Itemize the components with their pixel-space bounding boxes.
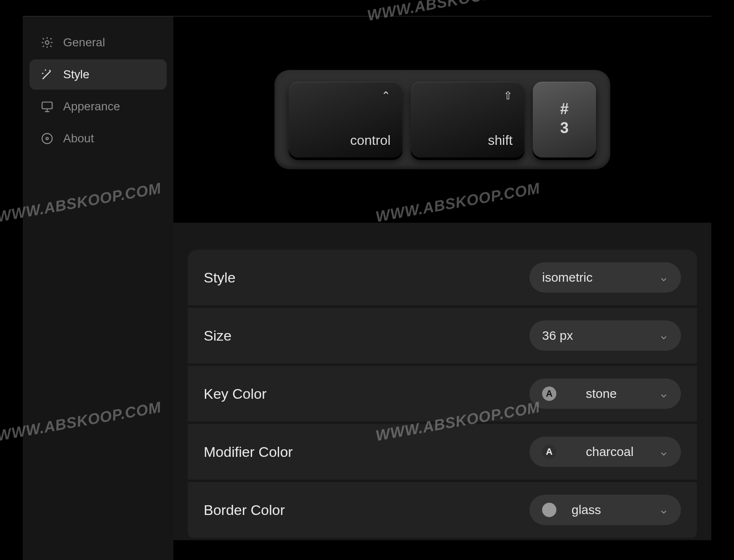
preview-key-control: ⌃ control — [289, 82, 402, 157]
sidebar-item-style[interactable]: Style — [29, 59, 167, 90]
preview-area: ⌃ control ⇧ shift # 3 — [173, 16, 711, 223]
sidebar-item-label: About — [63, 132, 94, 145]
key-symbol: # — [560, 101, 569, 117]
chevron-down-icon — [659, 273, 668, 282]
svg-rect-1 — [42, 102, 52, 109]
color-swatch — [542, 503, 556, 517]
disc-icon — [40, 132, 54, 145]
key-tray: ⌃ control ⇧ shift # 3 — [274, 70, 610, 169]
sample-letter: A — [542, 445, 556, 459]
select-value: isometric — [542, 270, 593, 285]
sidebar-item-label: Apperance — [63, 100, 120, 113]
key-symbol: ⇧ — [503, 90, 513, 101]
setting-label: Size — [204, 328, 231, 344]
chevron-down-icon — [659, 505, 668, 515]
modifier-color-select[interactable]: A charcoal — [529, 437, 681, 467]
setting-label: Style — [204, 269, 236, 286]
sidebar-item-appearance[interactable]: Apperance — [29, 91, 167, 122]
settings-card: Style isometric Size 36 px Key Color — [188, 250, 697, 540]
sidebar-item-label: Style — [63, 68, 89, 81]
sidebar: General Style Apperance About — [23, 16, 173, 560]
sidebar-item-label: General — [63, 36, 105, 49]
monitor-icon — [40, 100, 54, 113]
key-label: 3 — [560, 119, 569, 137]
key-color-select[interactable]: A stone — [529, 379, 681, 409]
setting-row-border-color: Border Color glass — [188, 482, 697, 538]
setting-row-modifier-color: Modifier Color A charcoal — [188, 424, 697, 480]
setting-row-style: Style isometric — [188, 250, 697, 305]
gear-icon — [40, 36, 54, 49]
content-area: ⌃ control ⇧ shift # 3 Style isometric — [173, 16, 711, 560]
chevron-down-icon — [659, 447, 668, 456]
sample-letter: A — [542, 387, 556, 401]
key-label: shift — [488, 133, 513, 148]
svg-point-2 — [42, 133, 52, 144]
setting-label: Modifier Color — [204, 444, 293, 460]
preview-key-shift: ⇧ shift — [411, 82, 524, 157]
setting-label: Border Color — [204, 502, 285, 518]
setting-row-key-color: Key Color A stone — [188, 366, 697, 421]
key-label: control — [350, 133, 391, 148]
size-select[interactable]: 36 px — [529, 320, 681, 351]
select-value: charcoal — [586, 445, 633, 459]
select-value: 36 px — [542, 328, 573, 343]
settings-window: General Style Apperance About ⌃ — [23, 16, 711, 560]
svg-point-3 — [46, 137, 48, 139]
setting-row-size: Size 36 px — [188, 308, 697, 363]
sidebar-item-general[interactable]: General — [29, 27, 167, 58]
sidebar-item-about[interactable]: About — [29, 123, 167, 154]
select-value: stone — [586, 387, 617, 401]
svg-point-0 — [45, 41, 49, 45]
border-color-select[interactable]: glass — [529, 495, 681, 525]
preview-key-3: # 3 — [533, 82, 596, 157]
chevron-down-icon — [659, 331, 668, 340]
select-value: glass — [572, 503, 601, 517]
wand-icon — [40, 68, 54, 81]
key-symbol: ⌃ — [381, 90, 391, 101]
chevron-down-icon — [659, 389, 668, 398]
settings-panel: Style isometric Size 36 px Key Color — [173, 223, 711, 540]
setting-label: Key Color — [204, 386, 266, 402]
style-select[interactable]: isometric — [529, 262, 681, 293]
